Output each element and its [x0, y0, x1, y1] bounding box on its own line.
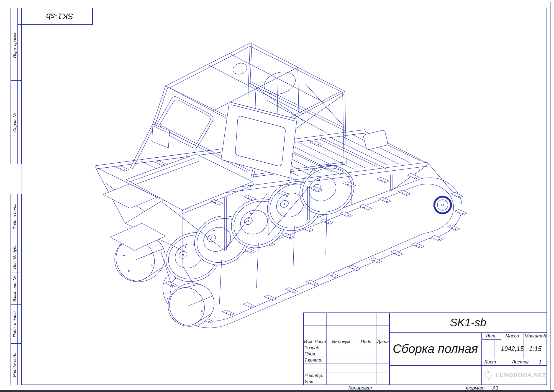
margin-label: Инв. № дубл.: [12, 243, 17, 269]
footer-format-value: А3: [493, 385, 506, 391]
tb-row-line: [481, 339, 501, 340]
watermark: LUNOHODA.NET: [483, 366, 546, 384]
tb-scale-label: Масштаб: [524, 333, 547, 339]
watermark-text: LUNOHODA.NET: [495, 372, 546, 379]
margin-label: Подп. и дата: [12, 204, 17, 230]
cargo-deck: [103, 154, 254, 213]
drawing-sheet: Перв. примен. Справ. № Подп. и дата Инв.…: [0, 0, 554, 392]
tb-line: [389, 365, 547, 366]
margin-label: Подп. и дата: [12, 311, 17, 337]
tb-col-line: [376, 312, 376, 385]
tb-row-checked: Пров.: [304, 351, 331, 357]
footer-copied: Копировал: [332, 385, 388, 391]
rear-sprocket: [434, 197, 451, 213]
tb-sheets-value: 1: [536, 359, 544, 365]
margin-section-sign-date-2: Подп. и дата: [11, 305, 22, 344]
tb-row-tcontrol: Т.контр.: [304, 357, 331, 363]
margin-section-inv-orig: Инв. № подл.: [11, 344, 22, 385]
tb-scale-value: 1:15: [524, 340, 547, 357]
margin-section-ref-no: Справ. №: [11, 80, 22, 164]
tb-designation: SK1-sb: [389, 312, 547, 332]
margin-label: Перв. примен.: [12, 30, 17, 58]
tb-col-line: [494, 339, 494, 359]
margin-section-repl-inv: Взам. инв. №: [11, 273, 22, 305]
tb-col-line: [357, 312, 357, 385]
tb-col-docnum: № докум.: [327, 339, 357, 345]
margin-section-inv-dupl: Инв. № дубл.: [11, 239, 22, 273]
tb-sheets-label: Листов: [512, 359, 534, 365]
top-designation-box: SK1-sb: [17, 8, 93, 25]
tb-col-line: [509, 359, 509, 365]
tb-mass-value: 1942,15: [501, 340, 524, 357]
tb-lit-label: Лит.: [481, 333, 501, 339]
tb-row-ncontrol: Н.контр.: [304, 373, 331, 378]
tb-row-approved: Утв.: [304, 379, 331, 385]
footer-format-label: Формат: [466, 385, 491, 391]
tb-row-developed: Разраб.: [304, 345, 331, 351]
margin-label: Справ. №: [12, 113, 17, 132]
tb-col-izm: Изм.: [304, 339, 314, 345]
stamp-divider: [27, 8, 27, 24]
tb-doc-name: Сборка полная: [389, 332, 481, 365]
top-designation: SK1-sb: [27, 8, 92, 24]
margin-section-sign-date-1: Подп. и дата: [11, 194, 22, 239]
tb-col-line: [488, 339, 488, 359]
tb-col-list: Лист: [314, 339, 326, 345]
margin-label: Инв. № подл.: [12, 351, 17, 377]
tb-row-blank: [304, 365, 331, 371]
tb-col-date: Дата: [376, 339, 389, 345]
lunohoda-logo-icon: [483, 367, 494, 384]
tb-sheet-label: Лист: [484, 359, 508, 365]
cab-frame: [130, 43, 347, 178]
tb-mass-label: Масса: [501, 333, 524, 339]
side-hatch: [363, 130, 388, 150]
tb-col-sign: Подп.: [357, 339, 376, 345]
margin-label: Взам. инв. №: [12, 276, 17, 302]
